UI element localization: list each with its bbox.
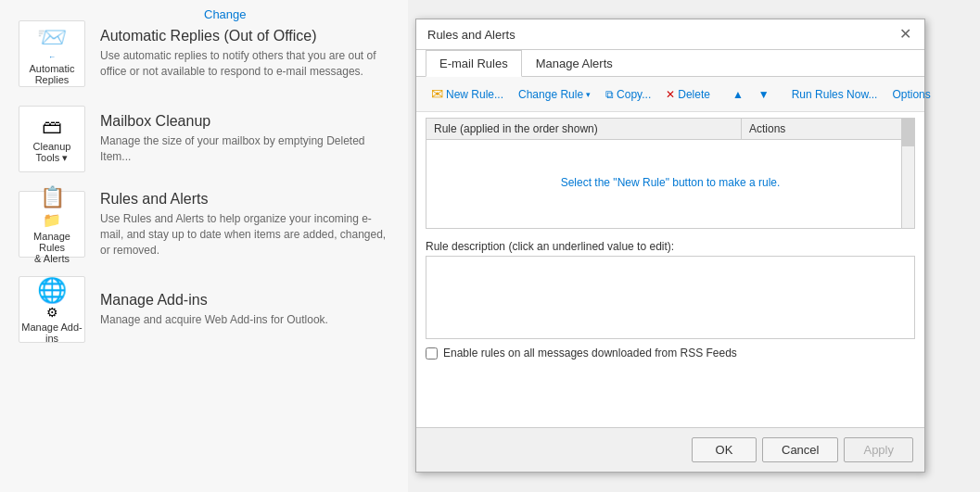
change-link[interactable]: Change: [204, 7, 247, 21]
rules-alerts-dialog: Rules and Alerts ✕ E-mail Rules Manage A…: [415, 19, 925, 473]
apply-button[interactable]: Apply: [844, 437, 913, 462]
rules-table: Rule (applied in the order shown) Action…: [426, 118, 915, 229]
rules-toolbar: ✉ New Rule... Change Rule ▾ ⧉ Copy... ✕ …: [416, 77, 924, 112]
panel-text-rules: Rules and Alerts Use Rules and Alerts to…: [100, 191, 389, 258]
icon-label-rules: Manage Rules& Alerts: [19, 231, 84, 264]
rss-checkbox-label: Enable rules on all messages downloaded …: [443, 347, 737, 360]
cleanup-tools-icon: 🗃 CleanupTools ▾: [19, 106, 85, 172]
panel-text-automatic-replies: Automatic Replies (Out of Office) Use au…: [100, 28, 389, 80]
delete-button[interactable]: ✕ Delete: [660, 85, 716, 104]
dialog-tabs: E-mail Rules Manage Alerts: [416, 50, 924, 77]
copy-button[interactable]: ⧉ Copy...: [600, 85, 656, 104]
options-button[interactable]: Options: [886, 85, 935, 104]
panel-item-automatic-replies[interactable]: 📨 ← AutomaticReplies Automatic Replies (…: [7, 13, 401, 95]
icon-label-cleanup: CleanupTools ▾: [33, 141, 71, 164]
rss-checkbox[interactable]: [426, 347, 438, 360]
move-up-button[interactable]: ▲: [727, 85, 749, 104]
ok-button[interactable]: OK: [692, 437, 757, 462]
panel-text-cleanup: Mailbox Cleanup Manage the size of your …: [100, 113, 389, 165]
dialog-footer: OK Cancel Apply: [416, 427, 924, 472]
icon-label-automatic-replies: AutomaticReplies: [30, 63, 75, 85]
scrollbar-thumb: [902, 119, 915, 146]
change-rule-button[interactable]: Change Rule ▾: [513, 85, 596, 104]
rule-desc-label: Rule description (click an underlined va…: [416, 234, 924, 256]
rules-alerts-icon: 📋 📁 Manage Rules& Alerts: [19, 191, 85, 258]
rules-table-header: Rule (applied in the order shown) Action…: [426, 119, 914, 140]
rss-checkbox-row: Enable rules on all messages downloaded …: [416, 339, 924, 367]
dialog-titlebar: Rules and Alerts ✕: [416, 19, 924, 50]
rules-body: Select the "New Rule" button to make a r…: [426, 140, 914, 225]
rules-scrollbar[interactable]: [901, 119, 914, 228]
icon-label-addins: Manage Add-ins: [21, 322, 82, 344]
left-panel: Change 📨 ← AutomaticReplies Automatic Re…: [0, 0, 408, 492]
cancel-button[interactable]: Cancel: [762, 437, 838, 462]
move-down-button[interactable]: ▼: [753, 85, 775, 104]
panel-item-rules-alerts[interactable]: 📋 📁 Manage Rules& Alerts Rules and Alert…: [7, 183, 401, 265]
automatic-replies-icon: 📨 ← AutomaticReplies: [19, 20, 85, 87]
tab-manage-alerts[interactable]: Manage Alerts: [522, 50, 627, 77]
col-header-actions: Actions: [742, 119, 914, 139]
panel-item-manage-addins[interactable]: 🌐 ⚙ Manage Add-ins Manage Add-ins Manage…: [7, 269, 401, 350]
change-rule-dropdown-arrow: ▾: [586, 90, 591, 99]
col-header-rule: Rule (applied in the order shown): [426, 119, 742, 139]
dialog-close-button[interactable]: ✕: [897, 27, 913, 42]
new-rule-button[interactable]: ✉ New Rule...: [426, 82, 509, 106]
panel-text-addins: Manage Add-ins Manage and acquire Web Ad…: [100, 292, 328, 328]
rule-desc-box[interactable]: [426, 256, 915, 339]
manage-addins-icon: 🌐 ⚙ Manage Add-ins: [19, 276, 85, 343]
run-rules-button[interactable]: Run Rules Now...: [786, 85, 884, 104]
rules-empty-text: Select the "New Rule" button to make a r…: [561, 176, 781, 189]
panel-item-cleanup-tools[interactable]: 🗃 CleanupTools ▾ Mailbox Cleanup Manage …: [7, 98, 401, 180]
tab-email-rules[interactable]: E-mail Rules: [426, 50, 522, 77]
dialog-title: Rules and Alerts: [427, 28, 515, 42]
